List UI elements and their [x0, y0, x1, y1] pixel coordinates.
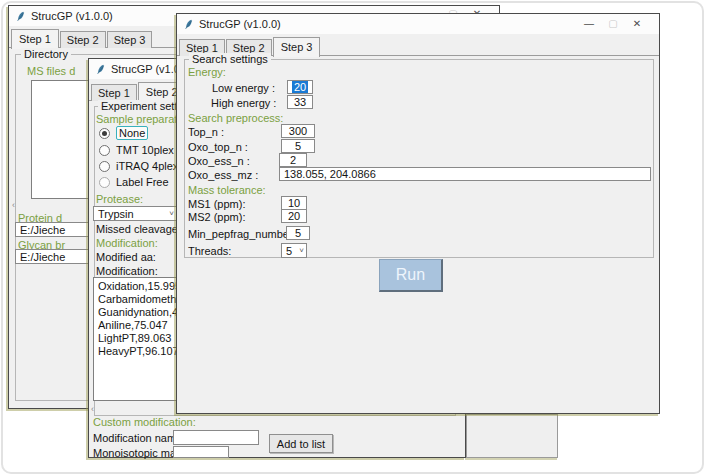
radio-none[interactable]: None	[99, 126, 148, 140]
high-energy-label: High energy :	[211, 97, 276, 109]
preprocess-label: Search preprocess:	[188, 112, 283, 124]
tab-step3[interactable]: Step 3	[273, 37, 321, 57]
screenshot-canvas: StrucGP (v1.0.0) — ▢ ✕ Step 1 Step 2 Ste…	[0, 0, 705, 475]
tab-step1[interactable]: Step 1	[11, 29, 59, 49]
threads-value: 5	[286, 245, 292, 257]
energy-label: Energy:	[188, 66, 226, 78]
modified-aa-label: Modified aa:	[96, 251, 156, 263]
high-energy-value: 33	[294, 96, 306, 108]
radio-itraq-label: iTRAQ 4plex	[116, 160, 178, 172]
oxo-ess-n-input[interactable]: 2	[279, 153, 307, 167]
min-pepfrag-input[interactable]: 5	[286, 226, 310, 240]
tab-step2[interactable]: Step 2	[60, 31, 106, 48]
oxo-top-n-value: 5	[295, 140, 301, 152]
oxo-ess-n-value: 2	[290, 154, 296, 166]
radio-icon	[99, 145, 110, 156]
protease-combobox[interactable]: Trypsin ˅	[93, 206, 177, 221]
minimize-button[interactable]: —	[577, 14, 601, 34]
add-to-list-label: Add to list	[277, 438, 325, 450]
app-feather-icon	[15, 10, 26, 23]
mass-tolerance-label: Mass tolerance:	[188, 184, 266, 196]
scroll-left-icon[interactable]: ‹	[12, 200, 15, 210]
oxo-ess-n-label: Oxo_ess_n :	[188, 155, 250, 167]
close-button[interactable]: ✕	[625, 14, 649, 34]
search-settings-group-label: Search settings	[189, 53, 271, 65]
low-energy-label: Low energy :	[212, 82, 275, 94]
window-title: StrucGP (v1.0.0)	[31, 10, 113, 22]
protease-label: Protease:	[96, 193, 143, 205]
top-n-value: 300	[289, 125, 307, 137]
maximize-button[interactable]: ▢	[601, 14, 625, 34]
min-pepfrag-value: 5	[295, 227, 301, 239]
oxo-ess-mz-value: 138.055, 204.0866	[284, 168, 376, 180]
radio-label-free-label: Label Free	[116, 176, 169, 188]
directory-group-label: Directory	[21, 48, 71, 60]
threads-label: Threads:	[188, 245, 231, 257]
radio-disabled-icon	[99, 177, 110, 188]
radio-tmt-10plex[interactable]: TMT 10plex	[99, 144, 174, 156]
modification-name-input[interactable]	[173, 430, 259, 445]
top-n-label: Top_n :	[188, 126, 224, 138]
add-to-list-button[interactable]: Add to list	[269, 434, 333, 453]
high-energy-input[interactable]: 33	[287, 95, 313, 109]
protein-db-value: E:/Jieche	[20, 224, 65, 236]
radio-label-free[interactable]: Label Free	[99, 176, 169, 188]
window-step3: StrucGP (v1.0.0) — ▢ ✕ Step 1 Step 2 Ste…	[176, 13, 660, 414]
titlebar[interactable]: StrucGP (v1.0.0) — ▢ ✕	[177, 14, 659, 34]
monoisotopic-mass-input[interactable]	[173, 446, 229, 458]
low-energy-input[interactable]: 20	[287, 80, 313, 94]
background-window-strip	[466, 414, 558, 458]
modification-section-label: Modification:	[96, 237, 158, 249]
app-feather-icon	[183, 18, 194, 31]
min-pepfrag-label: Min_pepfrag_number:	[188, 228, 296, 240]
ms1-value: 10	[288, 197, 300, 209]
oxo-ess-mz-input[interactable]: 138.055, 204.0866	[279, 167, 651, 181]
ms2-input[interactable]: 20	[281, 209, 307, 223]
ms2-value: 20	[288, 210, 300, 222]
custom-modification-label: Custom modification:	[93, 416, 196, 428]
threads-combobox[interactable]: 5 ˅	[281, 243, 307, 258]
ms-files-label: MS files d	[27, 65, 75, 77]
ms1-label: MS1 (ppm):	[188, 198, 245, 210]
protease-value: Trypsin	[98, 208, 134, 220]
radio-none-label: None	[116, 126, 148, 140]
oxo-top-n-input[interactable]: 5	[281, 139, 315, 153]
scroll-left-icon[interactable]: ‹	[91, 404, 94, 414]
tab-step1[interactable]: Step 1	[91, 84, 137, 101]
oxo-ess-mz-label: Oxo_ess_mz :	[188, 169, 258, 181]
modification-list-label: Modification:	[96, 265, 158, 277]
missed-cleavages-label: Missed cleavages:	[96, 223, 187, 235]
radio-tmt-label: TMT 10plex	[116, 144, 174, 156]
ms2-label: MS2 (ppm):	[188, 211, 245, 223]
oxo-top-n-label: Oxo_top_n :	[188, 141, 248, 153]
selected-text: 20	[292, 81, 308, 93]
chevron-down-icon: ˅	[169, 208, 174, 217]
app-feather-icon	[95, 63, 106, 76]
tab-step3[interactable]: Step 3	[107, 31, 153, 48]
chevron-down-icon: ˅	[299, 245, 304, 254]
run-button[interactable]: Run	[379, 259, 443, 292]
radio-icon	[99, 161, 110, 172]
glycan-db-value: E:/Jieche	[20, 251, 65, 263]
modification-name-label: Modification name:	[93, 432, 185, 444]
window-title: StrucGP (v1.0.0)	[199, 18, 281, 30]
ms1-input[interactable]: 10	[281, 196, 307, 210]
run-button-label: Run	[396, 266, 425, 284]
radio-itraq-4plex[interactable]: iTRAQ 4plex	[99, 160, 178, 172]
radio-selected-icon	[99, 128, 110, 139]
top-n-input[interactable]: 300	[281, 124, 315, 138]
